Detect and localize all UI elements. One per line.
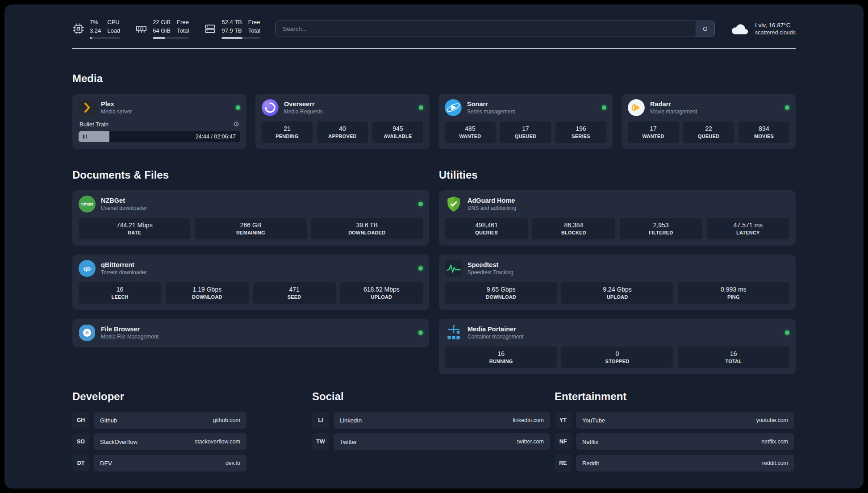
stat-tile: 16RUNNING bbox=[445, 347, 557, 368]
stat-tile: 47.571 msLATENCY bbox=[707, 218, 789, 239]
disk-free: 52.4 TB bbox=[221, 18, 242, 26]
bookmark-twitter[interactable]: TW Twittertwitter.com bbox=[312, 433, 550, 450]
search-input[interactable] bbox=[276, 21, 696, 37]
status-dot bbox=[418, 266, 423, 271]
ram-progress bbox=[153, 37, 189, 39]
settings-gear-icon[interactable]: ⚙ bbox=[233, 121, 239, 128]
overseerr-icon bbox=[262, 99, 279, 116]
app-subtitle: Series management bbox=[467, 109, 515, 115]
ram-icon bbox=[135, 23, 147, 35]
app-name: File Browser bbox=[101, 326, 159, 333]
stat-tile: 86,384BLOCKED bbox=[532, 218, 615, 239]
app-name: qBittorrent bbox=[101, 261, 147, 268]
section-title-developer: Developer bbox=[72, 390, 246, 403]
bookmark-stackoverflow[interactable]: SO StackOverflowstackoverflow.com bbox=[72, 433, 246, 450]
section-title-utilities: Utilities bbox=[439, 169, 796, 181]
stat-tile: 618.52 MbpsUPLOAD bbox=[340, 282, 423, 304]
bookmarks-developer: Developer GH Githubgithub.com SO StackOv… bbox=[72, 390, 246, 476]
header-divider bbox=[72, 48, 796, 49]
adguard-icon bbox=[445, 196, 462, 213]
bookmark-reddit[interactable]: RE Redditreddit.com bbox=[555, 455, 794, 472]
bookmark-dev[interactable]: DT DEVdev.to bbox=[72, 455, 246, 472]
playback-progress-bar[interactable]: 24:44 / 02:06:47 bbox=[79, 131, 240, 142]
section-title-media: Media bbox=[72, 72, 796, 85]
linkedin-icon: LI bbox=[312, 412, 329, 429]
status-dot bbox=[785, 330, 789, 335]
search-engine-button[interactable]: G bbox=[696, 21, 714, 37]
disk-total: 97.9 TB bbox=[221, 27, 242, 35]
weather-widget: Lviv, 16.87°C scattered clouds bbox=[730, 21, 796, 36]
stat-tile: 485WANTED bbox=[445, 121, 496, 143]
app-card-plex[interactable]: Plex Media server Bullet Train ⚙ 24:44 /… bbox=[72, 94, 246, 149]
app-name: Radarr bbox=[650, 100, 697, 108]
section-title-social: Social bbox=[312, 390, 550, 403]
ram-label: Free bbox=[177, 18, 189, 26]
disk-label: Free bbox=[248, 18, 260, 26]
bookmark-linkedin[interactable]: LI LinkedInlinkedin.com bbox=[312, 412, 550, 429]
app-subtitle: Speedtest Tracking bbox=[467, 269, 513, 276]
app-card-portainer[interactable]: Media Portainer Container management 16R… bbox=[439, 319, 796, 374]
pause-icon[interactable] bbox=[83, 135, 87, 139]
nzbget-icon: nzbget bbox=[79, 196, 96, 213]
app-card-qbittorrent[interactable]: qb qBittorrent Torrent downloader 16LEEC… bbox=[72, 255, 429, 310]
media-card-grid: Plex Media server Bullet Train ⚙ 24:44 /… bbox=[72, 94, 796, 149]
app-card-adguard[interactable]: AdGuard Home DNS and adblocking 498,461Q… bbox=[439, 190, 796, 246]
app-name: Overseerr bbox=[284, 100, 323, 108]
stat-tile: 9.65 GbpsDOWNLOAD bbox=[445, 282, 557, 304]
stat-tile: 21PENDING bbox=[262, 121, 313, 143]
stat-tile: 17WANTED bbox=[628, 121, 679, 143]
reddit-icon: RE bbox=[555, 455, 572, 472]
cpu-progress bbox=[90, 37, 120, 39]
bookmark-netflix[interactable]: NF Netflixnetflix.com bbox=[555, 433, 794, 450]
stat-tile: 39.6 TBDOWNLOADED bbox=[311, 218, 423, 239]
qbittorrent-icon: qb bbox=[79, 260, 96, 277]
now-playing-title: Bullet Train bbox=[79, 121, 108, 128]
ram-free: 22 GiB bbox=[153, 18, 171, 26]
app-name: NZBGet bbox=[101, 197, 147, 204]
cpu-label: CPU bbox=[107, 18, 120, 26]
disk-icon bbox=[204, 23, 216, 35]
status-dot bbox=[418, 330, 423, 335]
status-dot bbox=[236, 105, 240, 110]
app-card-overseerr[interactable]: Overseerr Media Requests 21PENDING 40APP… bbox=[255, 94, 430, 149]
app-card-filebrowser[interactable]: File Browser Media File Management bbox=[72, 319, 429, 347]
stat-tile: 945AVAILABLE bbox=[372, 121, 423, 143]
app-subtitle: Media File Management bbox=[101, 334, 159, 340]
app-name: Sonarr bbox=[467, 100, 515, 108]
section-title-entertainment: Entertainment bbox=[555, 390, 794, 403]
bookmarks-social: Social LI LinkedInlinkedin.com TW Twitte… bbox=[312, 390, 550, 455]
app-name: AdGuard Home bbox=[467, 197, 516, 204]
app-subtitle: DNS and adblocking bbox=[467, 205, 516, 211]
app-card-sonarr[interactable]: Sonarr Series management 485WANTED 17QUE… bbox=[438, 94, 613, 149]
stat-tile: 16TOTAL bbox=[678, 347, 789, 368]
bookmarks-entertainment: Entertainment YT YouTubeyoutube.com NF N… bbox=[555, 390, 794, 476]
app-card-speedtest[interactable]: Speedtest Speedtest Tracking 9.65 GbpsDO… bbox=[439, 255, 796, 310]
weather-location: Lviv, 16.87°C bbox=[755, 22, 796, 29]
screen: 7% 3.24 CPU Load bbox=[0, 0, 868, 493]
github-icon: GH bbox=[72, 412, 89, 429]
stat-tile: 0STOPPED bbox=[561, 347, 673, 368]
app-card-radarr[interactable]: Radarr Movie management 17WANTED 22QUEUE… bbox=[622, 94, 796, 149]
disk-usage-widget: 52.4 TB 97.9 TB Free Total bbox=[204, 18, 260, 38]
bookmark-github[interactable]: GH Githubgithub.com bbox=[72, 412, 246, 429]
stat-tile: 40APPROVED bbox=[317, 121, 368, 143]
cpu-icon bbox=[72, 23, 84, 35]
twitter-icon: TW bbox=[312, 433, 329, 450]
disk-progress bbox=[221, 37, 260, 39]
app-subtitle: Container management bbox=[467, 334, 523, 340]
netflix-icon: NF bbox=[555, 433, 572, 450]
weather-condition: scattered clouds bbox=[755, 29, 796, 36]
ram-usage-widget: 22 GiB 64 GiB Free Total bbox=[135, 18, 189, 38]
app-card-nzbget[interactable]: nzbget NZBGet Usenet downloader 744.21 M… bbox=[72, 190, 429, 246]
ram-total: 64 GiB bbox=[153, 27, 171, 35]
ram-label2: Total bbox=[177, 27, 189, 35]
app-subtitle: Media Requests bbox=[284, 109, 323, 115]
now-playing-widget: Bullet Train ⚙ 24:44 / 02:06:47 bbox=[79, 121, 240, 142]
stat-tile: 17QUEUED bbox=[500, 121, 551, 143]
stat-tile: 196SERIES bbox=[555, 121, 606, 143]
stat-tile: 471SEED bbox=[253, 282, 336, 304]
bookmark-youtube[interactable]: YT YouTubeyoutube.com bbox=[555, 412, 794, 429]
plex-icon bbox=[79, 99, 96, 116]
speedtest-icon bbox=[445, 260, 462, 277]
dashboard-panel: 7% 3.24 CPU Load bbox=[4, 4, 864, 489]
